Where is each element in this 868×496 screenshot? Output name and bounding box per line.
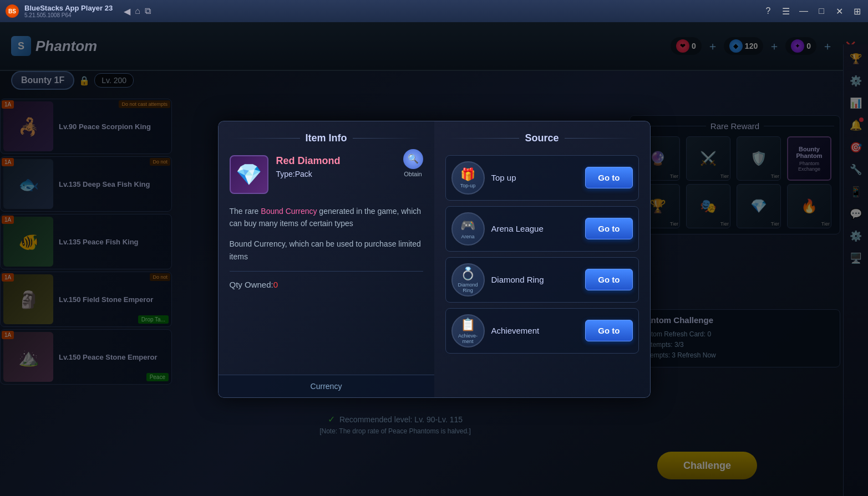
- divider: [230, 271, 423, 272]
- menu-button[interactable]: ☰: [780, 6, 791, 17]
- arena-name: Arena League: [491, 224, 579, 233]
- item-icon: 💎: [230, 155, 268, 194]
- arena-icon-label: Arena: [461, 234, 474, 239]
- goto-topup-button[interactable]: Go to: [585, 167, 632, 188]
- game-area: S Phantom ❤ 0 ＋ ◆ 120 ＋ ✦ 0 ＋ ✕ Bounty 1…: [0, 22, 868, 496]
- item-footer: Currency: [219, 375, 434, 397]
- source-list: 🎁 Top-up Top up Go to 🎮 Arena Arena Leag…: [445, 155, 639, 354]
- obtain-label: Obtain: [404, 171, 422, 177]
- item-header: 💎 Red Diamond Type:Pack 🔍 Obtain: [230, 155, 423, 194]
- arena-icon: 🎮 Arena: [451, 212, 485, 246]
- item-info-title: Item Info: [230, 132, 423, 144]
- source-item-topup: 🎁 Top-up Top up Go to: [445, 155, 639, 201]
- nav-buttons: ◀ ⌂ ⧉: [124, 6, 151, 17]
- source-item-arena: 🎮 Arena Arena League Go to: [445, 206, 639, 252]
- app-name: BlueStacks App Player 23: [24, 4, 113, 12]
- diamond-ring-icon: 💍 DiamondRing: [451, 263, 485, 296]
- qty-owned: Qty Owned:0: [230, 280, 423, 289]
- item-info-panel: Item Info 💎 Red Diamond Type:Pack 🔍 Obta…: [218, 121, 434, 398]
- close-button[interactable]: ✕: [834, 6, 845, 17]
- source-panel: Source 🎁 Top-up Top up Go to 🎮 Arena: [434, 121, 651, 398]
- item-details: Red Diamond Type:Pack: [276, 155, 341, 178]
- goto-achievement-button[interactable]: Go to: [585, 320, 632, 341]
- item-description-1: The rare Bound Currency generated in the…: [230, 205, 423, 230]
- topup-icon-label: Top-up: [460, 183, 476, 188]
- tabs-button[interactable]: ⧉: [145, 6, 151, 17]
- bluestacks-extend-button[interactable]: ⊞: [851, 6, 862, 17]
- source-title: Source: [445, 132, 639, 144]
- home-button[interactable]: ⌂: [135, 6, 140, 17]
- app-version: 5.21.505.1008 P64: [24, 12, 113, 18]
- goto-arena-button[interactable]: Go to: [585, 218, 632, 239]
- item-type: Type:Pack: [276, 170, 341, 178]
- diamond-ring-name: Diamond Ring: [491, 275, 579, 284]
- item-description-2: Bound Currency, which can be used to pur…: [230, 238, 423, 263]
- maximize-button[interactable]: □: [816, 6, 827, 17]
- window-controls: ? ☰ — □ ✕ ⊞: [763, 6, 862, 17]
- help-button[interactable]: ?: [763, 6, 774, 17]
- back-button[interactable]: ◀: [124, 6, 130, 17]
- source-item-achievement: 📋 Achieve-ment Achievement Go to: [445, 308, 639, 354]
- topup-name: Top up: [491, 173, 579, 182]
- topup-icon: 🎁 Top-up: [451, 161, 485, 195]
- goto-diamond-ring-button[interactable]: Go to: [585, 269, 632, 290]
- title-bar: BS BlueStacks App Player 23 5.21.505.100…: [0, 0, 868, 22]
- achievement-name: Achievement: [491, 326, 579, 335]
- bluestacks-logo: BS: [6, 4, 19, 18]
- obtain-button[interactable]: 🔍 Obtain: [403, 149, 423, 177]
- achievement-icon: 📋 Achieve-ment: [451, 314, 485, 347]
- modal-container: Item Info 💎 Red Diamond Type:Pack 🔍 Obta…: [218, 121, 651, 398]
- obtain-icon: 🔍: [403, 149, 423, 169]
- item-name: Red Diamond: [276, 155, 341, 167]
- achievement-icon-label: Achieve-ment: [458, 333, 478, 344]
- source-item-diamond-ring: 💍 DiamondRing Diamond Ring Go to: [445, 257, 639, 303]
- red-diamond-emoji: 💎: [236, 162, 262, 187]
- minimize-button[interactable]: —: [798, 6, 809, 17]
- diamond-ring-icon-label: DiamondRing: [458, 282, 478, 293]
